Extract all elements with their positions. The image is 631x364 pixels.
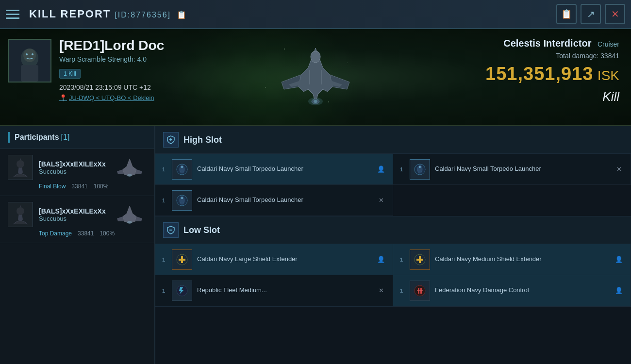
low-slot-grid: 1 Caldari Navy Large Shield Extender 👤 1 xyxy=(155,244,631,306)
slot-item-name: Caldari Navy Medium Shield Extender xyxy=(435,255,612,264)
svg-point-7 xyxy=(311,51,320,63)
slot-item[interactable]: 1 Caldari Navy Large Shield Extender 👤 xyxy=(155,244,393,275)
participant-info: [BALS]xXxEXILExXx Succubus xyxy=(39,160,113,175)
character-avatar[interactable] xyxy=(8,39,51,83)
svg-point-22 xyxy=(181,166,183,168)
participants-count: [1] xyxy=(61,133,70,142)
slot-item[interactable]: 1 Caldari Navy Small Torpedo Launcher ✕ xyxy=(393,154,631,185)
svg-point-16 xyxy=(17,207,24,215)
svg-point-28 xyxy=(181,197,183,199)
ship-name: Celestis Interdictor xyxy=(503,38,591,49)
svg-point-25 xyxy=(419,166,421,168)
slot-quantity: 1 xyxy=(162,166,168,172)
ship-type: Cruiser xyxy=(598,40,619,48)
participant-stats: Final Blow 33841 100% xyxy=(8,183,147,190)
ship-silhouette xyxy=(267,38,364,116)
kill-badge: 1 Kill xyxy=(59,69,81,79)
slot-badge: 👤 xyxy=(376,165,386,174)
slot-quantity: 1 xyxy=(162,288,168,294)
participant-ship: Succubus xyxy=(39,215,113,222)
slot-badge: 👤 xyxy=(614,286,624,296)
participant-item[interactable]: [BALS]xXxEXILExXx Succubus Final Blow 33… xyxy=(0,149,154,196)
slot-item[interactable]: 1 Republic Fleet Medium... ✕ xyxy=(155,275,393,306)
svg-point-13 xyxy=(17,160,24,168)
export-icon: ↗ xyxy=(587,8,595,20)
slot-item-icon xyxy=(172,281,192,301)
slot-item[interactable]: 1 Caldari Navy Small Torpedo Launcher ✕ xyxy=(155,185,393,216)
slot-item-icon xyxy=(172,190,192,211)
slot-item-name: Federation Navy Damage Control xyxy=(435,286,612,295)
svg-point-2 xyxy=(23,49,36,62)
header: KILL REPORT [ID:8776356] 📋 📋 ↗ ✕ xyxy=(0,0,631,29)
damage-value: 33841 xyxy=(600,52,619,60)
copy-icon: 📋 xyxy=(177,11,187,19)
slot-item[interactable]: 1 Caldari Navy Small Torpedo Launcher 👤 xyxy=(155,154,393,185)
high-slot-grid: 1 Caldari Navy Small Torpedo Launcher 👤 xyxy=(155,154,631,216)
participant-damage: 33841 xyxy=(78,230,94,237)
slot-item-name: Caldari Navy Small Torpedo Launcher xyxy=(197,165,374,173)
title-text: KILL REPORT xyxy=(29,8,111,20)
svg-rect-35 xyxy=(416,259,423,261)
svg-point-11 xyxy=(314,100,317,103)
hero-section: [RED1]Lord Doc Warp Scramble Strength: 4… xyxy=(0,29,631,126)
participant-info: [BALS]xXxEXILExXx Succubus xyxy=(39,207,113,222)
close-button[interactable]: ✕ xyxy=(605,4,625,24)
main-body: Participants [1] [BALS]xXxEXILExXx Succu… xyxy=(0,126,631,364)
slot-badge: 👤 xyxy=(376,255,386,265)
copy-button[interactable]: 📋 xyxy=(556,4,577,24)
participant-item[interactable]: [BALS]xXxEXILExXx Succubus Top Damage 33… xyxy=(0,196,154,243)
svg-point-5 xyxy=(32,53,33,55)
header-actions: 📋 ↗ ✕ xyxy=(556,4,625,24)
slot-quantity: 1 xyxy=(400,166,406,172)
participant-percent: 100% xyxy=(94,183,109,190)
avatar-image xyxy=(9,40,50,82)
high-slot-title: High Slot xyxy=(183,135,222,145)
slot-item-name: Caldari Navy Small Torpedo Launcher xyxy=(435,165,612,173)
svg-point-4 xyxy=(26,53,28,55)
participants-panel: Participants [1] [BALS]xXxEXILExXx Succu… xyxy=(0,126,155,364)
ship-display xyxy=(267,38,364,116)
slot-item[interactable]: 1 Federation Navy Damage Control 👤 xyxy=(393,275,631,306)
slot-item-icon xyxy=(172,159,192,180)
svg-rect-3 xyxy=(21,65,38,82)
slots-panel: High Slot 1 Caldari Navy Small Torpedo L… xyxy=(155,126,631,364)
slot-badge: ✕ xyxy=(614,165,624,174)
svg-rect-40 xyxy=(417,290,423,291)
close-icon: ✕ xyxy=(611,8,619,20)
copy-icon: 📋 xyxy=(561,9,572,19)
participant-avatar xyxy=(8,155,33,180)
slot-item-name: Caldari Navy Large Shield Extender xyxy=(197,255,374,264)
participant-ship: Succubus xyxy=(39,168,113,175)
high-slot-header: High Slot xyxy=(155,126,631,154)
participant-avatar xyxy=(8,202,33,227)
slot-item-icon xyxy=(410,159,430,180)
svg-rect-29 xyxy=(169,230,172,231)
kill-id: [ID:8776356] xyxy=(115,11,171,19)
slot-item[interactable]: 1 Caldari Navy Medium Shield Extender 👤 xyxy=(393,244,631,275)
hero-stats: Celestis Interdictor Cruiser Total damag… xyxy=(474,29,631,125)
kill-verdict: Kill xyxy=(485,89,619,104)
svg-point-14 xyxy=(127,174,132,177)
slot-item-icon xyxy=(410,281,430,301)
slot-quantity: 1 xyxy=(400,257,406,263)
menu-button[interactable] xyxy=(6,5,23,23)
total-damage: Total damage: 33841 xyxy=(485,52,619,60)
high-slot-icon xyxy=(163,132,179,148)
slot-item-name: Caldari Navy Small Torpedo Launcher xyxy=(197,196,374,204)
slot-item-icon xyxy=(172,249,192,270)
export-button[interactable]: ↗ xyxy=(581,4,601,24)
high-slot-section: High Slot 1 Caldari Navy Small Torpedo L… xyxy=(155,126,631,216)
participant-damage: 33841 xyxy=(71,183,87,190)
header-title: KILL REPORT [ID:8776356] 📋 xyxy=(29,8,556,20)
slot-badge: ✕ xyxy=(376,286,386,296)
slot-badge: 👤 xyxy=(614,255,624,265)
location-text: JU-DWQ < UTQ-BO < Deklein xyxy=(69,94,154,101)
slot-quantity: 1 xyxy=(162,198,168,203)
slot-item-name: Republic Fleet Medium... xyxy=(197,286,374,295)
participant-label: Top Damage xyxy=(39,230,72,237)
participant-stats: Top Damage 33841 100% xyxy=(8,230,147,237)
participant-name: [BALS]xXxEXILExXx xyxy=(39,207,113,215)
svg-rect-19 xyxy=(170,138,171,141)
participant-label: Final Blow xyxy=(39,183,66,190)
header-bar-accent xyxy=(8,132,10,143)
